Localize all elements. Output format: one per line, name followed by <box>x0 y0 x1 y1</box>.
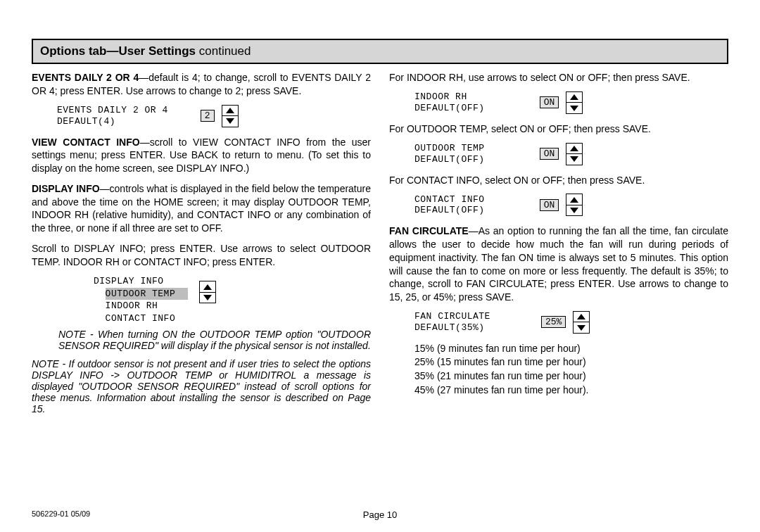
lead-fan-circulate: FAN CIRCULATE <box>389 225 469 236</box>
note-outdoor-sensor: NOTE - If outdoor sensor is not present … <box>32 358 371 414</box>
lcd-events-value: 2 <box>201 110 215 122</box>
arrow-up-icon <box>222 106 238 117</box>
spinner-icon <box>199 281 216 303</box>
arrow-down-icon <box>222 116 238 127</box>
lcd-ci-value: ON <box>540 199 559 211</box>
page-footer: 506229-01 05/09 Page 10 <box>32 509 728 518</box>
lcd-fc-value: 25% <box>541 316 566 328</box>
lcd-display-info-list: DISPLAY INFO OUTDOOR TEMP INDOOR RH CONT… <box>57 275 371 324</box>
para-scroll-display: Scroll to DISPLAY INFO; press ENTER. Use… <box>32 242 371 269</box>
para-indoor-rh: For INDOOR RH, use arrows to select ON o… <box>389 71 728 84</box>
lead-view-contact: VIEW CONTACT INFO <box>32 137 140 148</box>
para-view-contact: VIEW CONTACT INFO—scroll to VIEW CONTACT… <box>32 136 371 175</box>
spinner-icon <box>566 91 583 114</box>
para-events: EVENTS DAILY 2 OR 4—default is 4; to cha… <box>32 71 371 98</box>
spinner-icon <box>566 194 583 216</box>
spinner-icon <box>573 311 590 334</box>
lcd-outdoor-temp: OUTDOOR TEMP DEFAULT(OFF) ON <box>414 143 728 165</box>
lcd-rh-text: INDOOR RH DEFAULT(OFF) <box>414 91 485 113</box>
fan-25: 25% (15 minutes fan run time per hour) <box>414 356 586 367</box>
arrow-down-icon <box>574 322 589 333</box>
spinner-icon <box>566 143 583 165</box>
header-title-bold: Options tab—User Settings <box>40 44 196 58</box>
rest-fan-circulate: —As an option to running the fan all the… <box>389 225 728 303</box>
lead-events: EVENTS DAILY 2 OR 4 <box>32 72 139 83</box>
arrow-down-icon <box>566 154 582 165</box>
arrow-up-icon <box>566 92 582 103</box>
footer-page: Page 10 <box>32 509 728 520</box>
arrow-up-icon <box>566 144 582 155</box>
lcd-ot-value: ON <box>540 148 559 160</box>
fan-15: 15% (9 minutes fan run time per hour) <box>414 343 581 354</box>
para-fan-circulate: FAN CIRCULATE—As an option to running th… <box>389 224 728 304</box>
section-header: Options tab—User Settings continued <box>32 39 728 64</box>
lcd-ot-text: OUTDOOR TEMP DEFAULT(OFF) <box>414 143 485 165</box>
fan-list: 15% (9 minutes fan run time per hour) 25… <box>414 342 728 397</box>
lcd-rh-value: ON <box>540 96 559 108</box>
lcd-events-text: EVENTS DAILY 2 OR 4 DEFAULT(4) <box>57 105 168 127</box>
lcd-indoor-rh: INDOOR RH DEFAULT(OFF) ON <box>414 91 728 114</box>
arrow-down-icon <box>566 205 582 216</box>
lcd-list-block: DISPLAY INFO OUTDOOR TEMP INDOOR RH CONT… <box>94 275 188 324</box>
lcd-ci-text: CONTACT INFO DEFAULT(OFF) <box>414 194 485 216</box>
lcd-fc-text: FAN CIRCULATE DEFAULT(35%) <box>414 311 490 333</box>
note-outdoor-temp: NOTE - When turning ON the OUTDOOR TEMP … <box>58 329 371 351</box>
spinner-icon <box>222 105 239 127</box>
header-title-rest: continued <box>196 44 251 58</box>
fan-45: 45% (27 minutes fan run time per hour). <box>414 384 588 395</box>
para-outdoor-temp: For OUTDOOR TEMP, select ON or OFF; then… <box>389 122 728 136</box>
arrow-up-icon <box>566 194 582 205</box>
para-contact-info: For CONTACT INFO, select ON or OFF; then… <box>389 174 728 187</box>
lcd-fan-circulate: FAN CIRCULATE DEFAULT(35%) 25% <box>414 311 728 334</box>
right-column: For INDOOR RH, use arrows to select ON o… <box>389 71 728 422</box>
left-column: EVENTS DAILY 2 OR 4—default is 4; to cha… <box>32 71 371 422</box>
fan-35: 35% (21 minutes fan run time per hour) <box>414 370 586 381</box>
lcd-events-daily: EVENTS DAILY 2 OR 4 DEFAULT(4) 2 <box>57 105 371 127</box>
lead-display-info: DISPLAY INFO <box>32 183 100 194</box>
arrow-down-icon <box>566 103 582 113</box>
arrow-down-icon <box>200 293 215 303</box>
para-display-info: DISPLAY INFO—controls what is displayed … <box>32 182 371 235</box>
arrow-up-icon <box>574 312 589 323</box>
lcd-contact-info: CONTACT INFO DEFAULT(OFF) ON <box>414 194 728 216</box>
arrow-up-icon <box>200 281 215 293</box>
